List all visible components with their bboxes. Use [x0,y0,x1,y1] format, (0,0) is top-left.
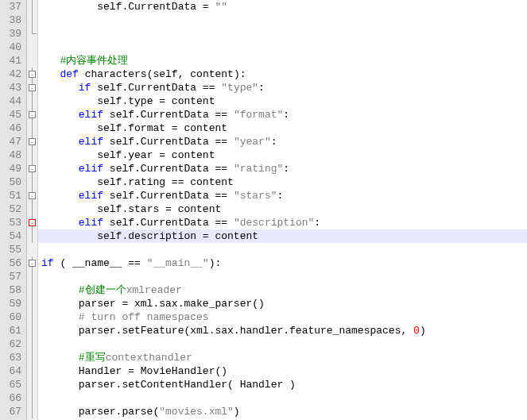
fold-cell[interactable] [27,54,37,67]
fold-column[interactable]: -------- [27,0,38,420]
fold-cell[interactable] [27,283,37,297]
fold-cell[interactable] [27,324,37,337]
code-token [41,284,79,296]
code-line[interactable]: parser.setFeature(xml.sax.handler.featur… [38,324,527,337]
code-line[interactable] [38,13,527,27]
line-number: 52 [0,202,21,216]
code-token [41,176,97,188]
code-token: "type" [221,82,258,94]
fold-cell[interactable] [27,405,37,418]
code-token: # turn off namespaces [79,311,209,323]
code-line[interactable] [38,337,527,351]
fold-cell[interactable] [27,40,37,54]
code-line[interactable]: elif self.CurrentData == "stars": [38,189,527,202]
fold-cell[interactable] [27,364,37,378]
fold-cell[interactable] [27,391,37,405]
code-line[interactable] [38,27,527,40]
fold-cell[interactable] [27,297,37,310]
code-token [41,122,97,134]
code-line[interactable]: #重写contexthandler [38,351,527,364]
fold-cell[interactable]: - [27,189,37,202]
fold-cell[interactable] [27,337,37,351]
code-line[interactable] [38,243,527,256]
code-line[interactable]: #创建一个xmlreader [38,283,527,297]
code-token: if [41,257,54,269]
fold-toggle-icon[interactable]: - [29,138,36,145]
code-token: .description = content [122,230,258,242]
code-token: self [97,230,122,242]
code-area[interactable]: self.CurrentData = "" #内容事件处理 def charac… [38,0,527,420]
line-number: 55 [0,243,21,256]
line-number: 57 [0,270,21,283]
code-token: .CurrentData == [122,82,221,94]
fold-cell[interactable]: - [27,108,37,121]
fold-cell[interactable] [27,148,37,162]
code-token [103,163,110,175]
code-token [41,68,60,80]
code-line[interactable]: self.year = content [38,148,527,162]
code-line[interactable]: self.CurrentData = "" [38,0,527,13]
fold-cell[interactable] [27,175,37,189]
code-token: #内容事件处理 [60,55,128,67]
fold-cell[interactable]: - [27,162,37,175]
code-line[interactable]: self.rating == content [38,175,527,189]
fold-toggle-icon[interactable]: - [29,165,36,172]
fold-toggle-icon[interactable]: - [29,84,36,91]
fold-toggle-icon[interactable]: - [29,71,36,78]
fold-toggle-icon[interactable]: - [29,260,36,267]
fold-cell[interactable] [27,121,37,135]
code-token [41,230,97,242]
code-line[interactable]: self.stars = content [38,202,527,216]
code-line[interactable]: if ( __name__ == "__main__"): [38,256,527,270]
code-token [41,352,79,364]
code-token: contexthandler [106,352,192,364]
fold-cell[interactable]: - [27,135,37,148]
code-token: self [110,163,134,175]
code-token: == [122,257,146,269]
code-line[interactable]: def characters(self, content): [38,67,527,81]
code-line[interactable]: elif self.CurrentData == "format": [38,108,527,121]
fold-cell[interactable] [27,202,37,216]
code-token [41,311,79,323]
fold-cell[interactable] [27,27,37,40]
fold-cell[interactable] [27,13,37,27]
fold-cell[interactable] [27,243,37,256]
fold-cell[interactable] [27,94,37,108]
fold-cell[interactable] [27,270,37,283]
code-line[interactable]: #内容事件处理 [38,54,527,67]
code-line[interactable] [38,270,527,283]
code-line[interactable]: parser.parse("movies.xml") [38,405,527,418]
fold-toggle-icon[interactable]: - [29,219,36,226]
fold-cell[interactable] [27,310,37,324]
fold-cell[interactable]: - [27,67,37,81]
fold-cell[interactable]: - [27,216,37,229]
line-number: 51 [0,189,21,202]
fold-cell[interactable] [27,351,37,364]
fold-cell[interactable] [27,0,37,13]
fold-toggle-icon[interactable]: - [29,192,36,199]
fold-cell[interactable]: - [27,81,37,94]
code-line[interactable] [38,391,527,405]
code-line[interactable]: parser.setContentHandler( Handler ) [38,378,527,391]
code-token [41,190,79,202]
code-token: self [97,176,122,188]
code-token: self [110,109,134,121]
code-line[interactable]: if self.CurrentData == "type": [38,81,527,94]
code-token: ) [420,325,426,337]
code-line[interactable]: self.description = content [38,229,527,243]
code-line[interactable]: Handler = MovieHandler() [38,364,527,378]
code-line[interactable]: self.type = content [38,94,527,108]
code-line[interactable]: elif self.CurrentData == "year": [38,135,527,148]
code-token: elif [79,163,103,175]
code-line[interactable]: elif self.CurrentData == "rating": [38,162,527,175]
code-line[interactable]: # turn off namespaces [38,310,527,324]
code-line[interactable]: elif self.CurrentData == "description": [38,216,527,229]
code-line[interactable]: parser = xml.sax.make_parser() [38,297,527,310]
code-token: self [97,95,122,107]
fold-cell[interactable]: - [27,256,37,270]
fold-toggle-icon[interactable]: - [29,111,36,118]
fold-cell[interactable] [27,229,37,243]
fold-cell[interactable] [27,378,37,391]
code-line[interactable] [38,40,527,54]
code-line[interactable]: self.format = content [38,121,527,135]
